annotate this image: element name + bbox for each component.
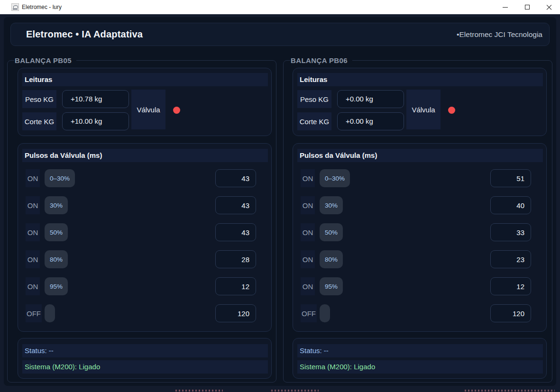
pulse-state-label: ON xyxy=(26,250,40,268)
pulse-range-badge: 30% xyxy=(320,196,343,214)
pulse-row: ON 80% xyxy=(293,250,547,268)
corte-label: Corte KG xyxy=(297,112,331,130)
system-line: Sistema (M200): Ligado xyxy=(22,360,268,374)
balance-panel-title: BALANÇA PB05 xyxy=(14,55,76,65)
pulses-title: Pulsos da Válvula (ms) xyxy=(22,149,268,162)
cutoff-content xyxy=(271,390,319,392)
valvula-label: Válvula xyxy=(131,90,165,129)
app-content: Eletromec • IA Adaptativa •Eletromec JCI… xyxy=(0,14,560,392)
close-button[interactable] xyxy=(538,0,560,14)
pulse-state-label: ON xyxy=(26,277,40,295)
readings-title: Leituras xyxy=(297,73,543,86)
pulse-row: ON 0–30% xyxy=(293,169,547,187)
pulse-row: ON 95% xyxy=(18,277,272,295)
pulse-row: ON 50% xyxy=(18,223,272,241)
pulses-title: Pulsos da Válvula (ms) xyxy=(297,149,543,162)
maximize-icon xyxy=(525,5,530,9)
readings-title: Leituras xyxy=(22,73,268,86)
pulse-range-badge: 80% xyxy=(45,250,68,268)
pulse-row: ON 0–30% xyxy=(18,169,272,187)
corte-value: +0.00 kg xyxy=(337,112,404,130)
pulse-row: OFF xyxy=(18,304,272,322)
pulse-ms-input[interactable] xyxy=(215,250,256,268)
corte-label: Corte KG xyxy=(22,112,56,130)
pulse-ms-input[interactable] xyxy=(490,277,531,295)
pulse-range-badge: 30% xyxy=(45,196,68,214)
pulse-state-label: ON xyxy=(26,169,40,187)
valve-indicator-dot xyxy=(173,107,180,114)
pulse-state-label: OFF xyxy=(26,304,42,322)
pulse-ms-input[interactable] xyxy=(215,196,256,214)
pulse-row: OFF xyxy=(293,304,547,322)
minimize-icon xyxy=(503,7,508,8)
balance-panel-pb05: BALANÇA PB05 Leituras Peso KG +10.78 kg … xyxy=(7,60,276,383)
app-header: Eletromec • IA Adaptativa •Eletromec JCI… xyxy=(10,23,550,46)
app-icon xyxy=(11,3,19,11)
pulse-row: ON 50% xyxy=(293,223,547,241)
pulse-ms-input[interactable] xyxy=(490,250,531,268)
balance-panel-pb06: BALANÇA PB06 Leituras Peso KG +0.00 kg C… xyxy=(283,60,552,383)
page-title: Eletromec • IA Adaptativa xyxy=(26,23,143,46)
valvula-label: Válvula xyxy=(406,90,441,129)
pulse-ms-input[interactable] xyxy=(490,304,531,322)
readings-card: Leituras Peso KG +10.78 kg Corte KG +10.… xyxy=(18,68,272,136)
pulse-range-badge: 95% xyxy=(320,277,343,295)
peso-label: Peso KG xyxy=(297,90,331,108)
brand-label: •Eletromec JCI Tecnologia xyxy=(457,23,542,46)
pulse-range-badge xyxy=(45,304,55,322)
minimize-button[interactable] xyxy=(495,0,516,14)
pulse-ms-input[interactable] xyxy=(490,169,531,187)
pulse-ms-input[interactable] xyxy=(215,304,256,322)
pulse-ms-input[interactable] xyxy=(490,223,531,241)
status-card: Status: -- Sistema (M200): Ligado xyxy=(18,338,272,379)
pulse-state-label: ON xyxy=(301,250,315,268)
peso-value: +10.78 kg xyxy=(62,90,129,108)
status-line: Status: -- xyxy=(297,344,543,357)
pulse-state-label: ON xyxy=(301,277,315,295)
pulse-ms-input[interactable] xyxy=(215,277,256,295)
pulse-state-label: ON xyxy=(301,223,315,241)
pulse-ms-input[interactable] xyxy=(215,169,256,187)
cutoff-content xyxy=(465,390,555,392)
pulse-ms-input[interactable] xyxy=(490,196,531,214)
pulse-range-badge: 50% xyxy=(45,223,68,241)
pulse-row: ON 30% xyxy=(18,196,272,214)
pulse-state-label: OFF xyxy=(301,304,317,322)
peso-label: Peso KG xyxy=(22,90,56,108)
pulses-card: Pulsos da Válvula (ms) ON 0–30% ON 30% O… xyxy=(293,143,547,332)
peso-value: +0.00 kg xyxy=(337,90,404,108)
pulse-range-badge: 95% xyxy=(45,277,68,295)
status-line: Status: -- xyxy=(22,344,268,357)
pulse-row: ON 30% xyxy=(293,196,547,214)
maximize-button[interactable] xyxy=(516,0,538,14)
pulse-ms-input[interactable] xyxy=(215,223,256,241)
pulse-range-badge: 50% xyxy=(320,223,343,241)
corte-value: +10.00 kg xyxy=(62,112,129,130)
pulse-row: ON 95% xyxy=(293,277,547,295)
pulse-state-label: ON xyxy=(301,169,315,187)
pulse-row: ON 80% xyxy=(18,250,272,268)
window-titlebar: Eletromec - lury xyxy=(0,0,560,14)
status-card: Status: -- Sistema (M200): Ligado xyxy=(293,338,547,379)
pulse-range-badge: 80% xyxy=(320,250,343,268)
balance-panel-title: BALANÇA PB06 xyxy=(290,55,352,65)
pulse-state-label: ON xyxy=(26,196,40,214)
pulses-card: Pulsos da Válvula (ms) ON 0–30% ON 30% O… xyxy=(18,143,272,332)
pulse-state-label: ON xyxy=(301,196,315,214)
pulse-range-badge: 0–30% xyxy=(320,169,350,187)
pulse-range-badge xyxy=(320,304,330,322)
cutoff-content xyxy=(175,390,223,392)
pulse-state-label: ON xyxy=(26,223,40,241)
system-line: Sistema (M200): Ligado xyxy=(297,360,543,374)
close-icon xyxy=(546,4,552,10)
readings-card: Leituras Peso KG +0.00 kg Corte KG +0.00… xyxy=(293,68,547,136)
pulse-range-badge: 0–30% xyxy=(45,169,75,187)
window-title: Eletromec - lury xyxy=(22,0,62,14)
valve-indicator-dot xyxy=(448,107,455,114)
